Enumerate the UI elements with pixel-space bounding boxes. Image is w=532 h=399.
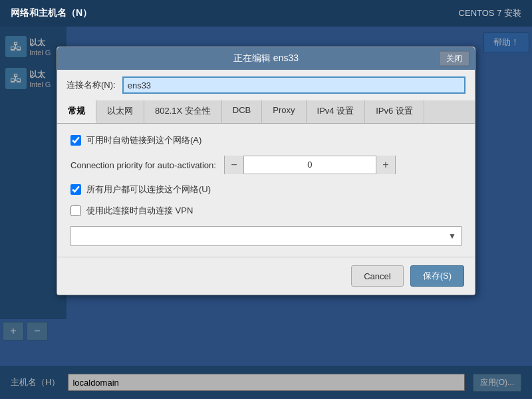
all-users-checkbox[interactable] xyxy=(70,184,81,195)
priority-label: Connection priority for auto-activation: xyxy=(70,160,216,170)
all-users-row: 所有用户都可以连接这个网络(U) xyxy=(70,184,462,196)
priority-decrease-button[interactable]: − xyxy=(225,156,243,174)
edit-connection-dialog: 正在编辑 ens33 关闭 连接名称(N): 常规 以太网 802.1X 安全性… xyxy=(57,47,475,295)
main-area: 完成(D) 帮助！ 🖧 以太 Intel G 🖧 以太 Intel G + − … xyxy=(0,27,532,399)
vpn-dropdown-wrapper: ▼ xyxy=(70,226,462,246)
app-title: 网络和主机名（N） xyxy=(11,7,92,19)
tab-dcb[interactable]: DCB xyxy=(222,100,262,123)
connection-name-row: 连接名称(N): xyxy=(57,70,475,100)
modal-overlay: 正在编辑 ens33 关闭 连接名称(N): 常规 以太网 802.1X 安全性… xyxy=(0,27,532,399)
vpn-label[interactable]: 使用此连接时自动连接 VPN xyxy=(86,205,193,217)
installer-title: CENTOS 7 安装 xyxy=(459,7,521,19)
settings-tabs: 常规 以太网 802.1X 安全性 DCB Proxy IPv4 设置 IPv6… xyxy=(57,100,475,124)
auto-connect-label[interactable]: 可用时自动链接到这个网络(A) xyxy=(86,134,201,146)
vpn-row: 使用此连接时自动连接 VPN xyxy=(70,205,462,217)
tab-general[interactable]: 常规 xyxy=(57,100,96,123)
tab-ipv6[interactable]: IPv6 设置 xyxy=(365,100,424,123)
tab-8021x[interactable]: 802.1X 安全性 xyxy=(144,100,222,123)
tab-proxy[interactable]: Proxy xyxy=(262,100,306,123)
modal-close-button[interactable]: 关闭 xyxy=(439,51,469,66)
save-button[interactable]: 保存(S) xyxy=(410,265,464,287)
auto-connect-row: 可用时自动链接到这个网络(A) xyxy=(70,134,462,146)
priority-value: 0 xyxy=(243,156,376,174)
priority-row: Connection priority for auto-activation:… xyxy=(70,156,462,174)
top-bar: 网络和主机名（N） CENTOS 7 安装 xyxy=(0,0,532,27)
modal-footer: Cancel 保存(S) xyxy=(57,257,475,295)
tab-ipv4[interactable]: IPv4 设置 xyxy=(307,100,366,123)
vpn-checkbox[interactable] xyxy=(70,205,81,216)
auto-connect-checkbox[interactable] xyxy=(70,135,81,146)
cancel-button[interactable]: Cancel xyxy=(351,265,403,287)
tab-ethernet[interactable]: 以太网 xyxy=(96,100,144,123)
modal-title-bar: 正在编辑 ens33 关闭 xyxy=(57,47,475,70)
priority-control: − 0 + xyxy=(224,156,396,174)
conn-name-input[interactable] xyxy=(122,76,466,94)
modal-title: 正在编辑 ens33 xyxy=(233,53,299,65)
all-users-label[interactable]: 所有用户都可以连接这个网络(U) xyxy=(86,184,211,196)
tab-content-general: 可用时自动链接到这个网络(A) Connection priority for … xyxy=(57,124,475,257)
priority-increase-button[interactable]: + xyxy=(376,156,395,174)
conn-name-label: 连接名称(N): xyxy=(66,79,116,91)
vpn-dropdown[interactable] xyxy=(70,226,462,246)
